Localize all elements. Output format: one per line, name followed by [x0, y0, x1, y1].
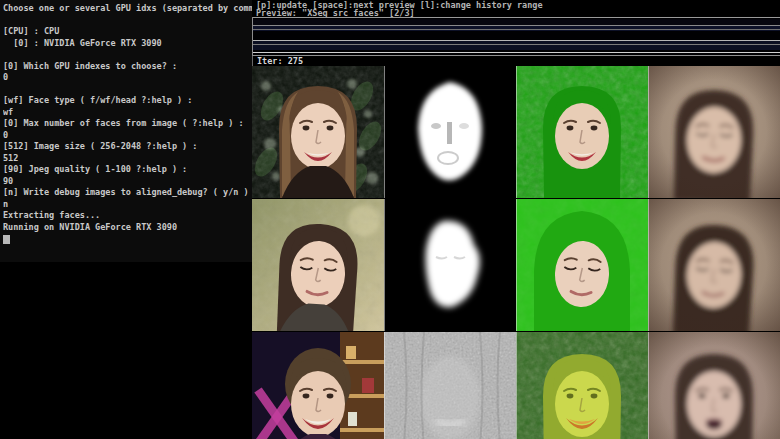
terminal-line: 0 [3, 130, 252, 142]
terminal-line: [wf] Face type ( f/wf/head ?:help ) : [3, 95, 252, 107]
terminal-line: [0] : NVIDIA GeForce RTX 3090 [3, 38, 252, 50]
preview-cell-predicted-3 [648, 332, 780, 439]
preview-cell-xseg-mask-1 [384, 66, 516, 198]
terminal-output: Choose one or several GPU idxs (separate… [3, 3, 252, 233]
terminal-line: 90 [3, 176, 252, 188]
loss-graph-line [253, 17, 780, 18]
terminal-line: Running on NVIDIA GeForce RTX 3090 [3, 222, 252, 234]
preview-help-bar: [p]:update [space]:next preview [l]:chan… [252, 0, 780, 17]
preview-title-line: Preview: "XSeg src faces" [2/3] [256, 10, 780, 18]
terminal-line: [512] Image size ( 256-2048 ?:help ) : [3, 141, 252, 153]
terminal-line: [90] Jpeg quality ( 1-100 ?:help ) : [3, 164, 252, 176]
terminal-line: Choose one or several GPU idxs (separate… [3, 3, 252, 15]
terminal-line: Extracting faces... [3, 210, 252, 222]
desktop: Choose one or several GPU idxs (separate… [0, 0, 780, 439]
terminal-line: [n] Write debug images to aligned_debug?… [3, 187, 252, 199]
preview-cell-predicted-2 [648, 199, 780, 331]
preview-cell-masked-green-1 [516, 66, 648, 198]
loss-graph-line [253, 52, 780, 53]
loss-graph-line [253, 29, 780, 30]
terminal-line: 0 [3, 72, 252, 84]
terminal-cursor [3, 235, 10, 244]
loss-graph-line [253, 40, 780, 41]
preview-cell-xseg-texture-3 [384, 332, 516, 439]
terminal-line: wf [3, 107, 252, 119]
loss-graph-band [253, 41, 780, 50]
preview-cell-src-face-2 [252, 199, 384, 331]
terminal-line: [0] Which GPU indexes to choose? : [3, 61, 252, 73]
preview-cell-src-face-1 [252, 66, 384, 198]
preview-cell-masked-yellow-3 [516, 332, 648, 439]
terminal-line: [0] Max number of faces from image ( ?:h… [3, 118, 252, 130]
loss-graph-line [253, 44, 780, 45]
terminal-window[interactable]: Choose one or several GPU idxs (separate… [0, 0, 252, 262]
preview-cell-src-face-3 [252, 332, 384, 439]
preview-cell-xseg-mask-2 [384, 199, 516, 331]
loss-history-graph [252, 17, 780, 56]
terminal-line: n [3, 199, 252, 211]
terminal-line: 512 [3, 153, 252, 165]
terminal-line [3, 15, 252, 27]
iteration-counter: Iter: 275 [252, 56, 780, 66]
terminal-line [3, 84, 252, 96]
preview-cell-masked-green-2 [516, 199, 648, 331]
preview-cell-predicted-1 [648, 66, 780, 198]
loss-graph-line [253, 25, 780, 26]
preview-grid [252, 66, 780, 439]
terminal-line: [CPU] : CPU [3, 26, 252, 38]
terminal-line [3, 49, 252, 61]
training-preview-window[interactable]: [p]:update [space]:next preview [l]:chan… [252, 0, 780, 439]
